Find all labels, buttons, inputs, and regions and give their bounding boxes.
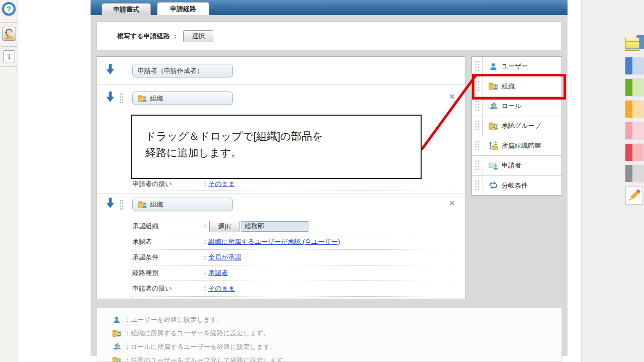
down-arrow-icon xyxy=(106,197,115,209)
palette-item-branch-condition[interactable]: 分岐条件 xyxy=(472,176,561,195)
palette-item-label: 分岐条件 xyxy=(502,181,528,190)
palette-item-label: ユーザー xyxy=(502,62,528,71)
user-icon xyxy=(489,62,498,71)
approval-org-input[interactable] xyxy=(242,221,308,232)
drag-handle[interactable] xyxy=(119,93,124,104)
legend-text: ：任意のユーザーをグループ化して経路に設定します。 xyxy=(124,356,290,362)
instruction-callout: ドラッグ＆ドロップで[組織]の部品を 経路に追加します。 xyxy=(131,115,422,179)
palette-item-approval-group[interactable]: 承認グループ xyxy=(472,116,561,136)
sticky-note-icon[interactable] xyxy=(625,35,644,54)
divider xyxy=(2,22,17,23)
tab-application-route[interactable]: 申請経路 xyxy=(157,2,209,15)
org-hierarchy-icon xyxy=(489,141,498,150)
close-icon[interactable]: × xyxy=(449,93,455,100)
drag-handle[interactable] xyxy=(119,200,124,211)
colon: ： xyxy=(202,268,208,278)
approval-condition-link[interactable]: 全員が承認 xyxy=(208,253,241,262)
tab-bar: 申請書式 申請経路 xyxy=(91,0,568,15)
applicant-step-button[interactable]: 申請者（申請作成者） xyxy=(132,64,233,77)
drag-handle[interactable] xyxy=(472,136,483,155)
colon: ： xyxy=(202,284,208,293)
swatch-light xyxy=(632,101,643,118)
palette-item-label: ロール xyxy=(502,102,522,111)
down-arrow-icon xyxy=(106,91,115,103)
divider xyxy=(97,84,465,84)
copy-route-select-button[interactable]: 選択 xyxy=(183,30,213,42)
colon: ： xyxy=(202,222,208,231)
swatch-light xyxy=(632,144,643,161)
applicant-handling-link[interactable]: そのまま xyxy=(208,284,235,293)
field-label: 承認条件 xyxy=(132,253,202,262)
legend-item: ：組織に所属するユーザーを経路に設定します。 xyxy=(112,326,561,340)
drag-handle[interactable] xyxy=(472,76,483,96)
field-label: 承認者 xyxy=(132,237,202,246)
palette-item-label: 承認グループ xyxy=(502,121,541,130)
drag-handle[interactable] xyxy=(472,57,483,76)
swatch-light xyxy=(632,165,643,182)
callout-line2: 経路に追加します。 xyxy=(145,145,416,161)
palette-item-applicant[interactable]: 申請者 xyxy=(472,156,561,175)
pencil-icon[interactable] xyxy=(625,187,643,205)
org-step-label: 組織 xyxy=(150,94,163,103)
palette-item-org[interactable]: 組織 xyxy=(472,76,561,96)
route-type-link[interactable]: 承認者 xyxy=(208,268,228,278)
colon: ： xyxy=(172,32,178,41)
orange-note-swatch[interactable] xyxy=(625,101,643,118)
role-icon xyxy=(489,102,498,111)
org-step-button[interactable]: 組織 xyxy=(132,198,233,211)
palette-item-user[interactable]: ユーザー xyxy=(472,57,561,76)
swatch-light xyxy=(632,57,643,74)
field-label: 経路種別 xyxy=(132,268,202,278)
org-step-button[interactable]: 組織 xyxy=(132,92,233,105)
tab-application-format[interactable]: 申請書式 xyxy=(102,3,151,15)
legend-item: ：ユーザーを経路に設定します。 xyxy=(112,313,561,326)
field-label: 申請者の扱い xyxy=(132,179,202,189)
field-label: 申請者の扱い xyxy=(132,284,202,293)
swatch-light xyxy=(632,79,643,96)
applicant-handling-link[interactable]: そのまま xyxy=(208,179,235,189)
drag-handle[interactable] xyxy=(472,97,483,116)
close-icon[interactable]: × xyxy=(449,200,455,207)
org-icon xyxy=(138,200,147,209)
field-applicant-handling: 申請者の扱い ： そのまま xyxy=(132,281,454,297)
approval-org-select-button[interactable]: 選択 xyxy=(209,221,239,232)
copy-route-label: 複写する申請経路 xyxy=(117,32,170,41)
colon: ： xyxy=(202,253,208,262)
divider xyxy=(2,66,17,67)
branch-condition-icon xyxy=(489,180,498,190)
operator-glyph xyxy=(3,27,16,40)
approver-link[interactable]: 組織に所属するユーザーが承認 (全ユーザー) xyxy=(208,237,340,246)
legend-item: ：ロールに所属するユーザーを経路に設定します。 xyxy=(112,340,561,353)
annotation-toolbar xyxy=(581,0,644,362)
divider xyxy=(2,46,17,47)
drag-handle[interactable] xyxy=(472,156,483,175)
drag-handle[interactable] xyxy=(472,176,483,195)
drag-handle[interactable] xyxy=(472,116,483,135)
legend-item: ：任意のユーザーをグループ化して経路に設定します。 xyxy=(112,353,561,362)
approval-group-icon xyxy=(489,121,498,131)
pink-note-swatch[interactable] xyxy=(625,122,643,139)
text-tool-icon[interactable]: T xyxy=(3,50,15,62)
org-step-label: 組織 xyxy=(150,200,163,209)
swatch-dark xyxy=(625,57,632,74)
grey-note-swatch[interactable] xyxy=(625,165,643,182)
parts-palette: ユーザー 組織 ロール 承認グループ 所属組織階層 申請者 分岐条件 xyxy=(471,56,562,196)
swatch-dark xyxy=(625,165,632,182)
palette-item-role[interactable]: ロール xyxy=(472,97,561,116)
field-label: 承認組織 xyxy=(132,222,202,231)
divider xyxy=(97,194,465,194)
field-applicant-handling: 申請者の扱い ： そのまま xyxy=(132,177,454,191)
blue-note-swatch[interactable] xyxy=(625,57,643,74)
operator-icon[interactable] xyxy=(2,27,16,41)
left-toolbar: ? T xyxy=(0,0,18,362)
copy-route-panel: 複写する申請経路 ： 選択 xyxy=(97,22,562,50)
org-icon xyxy=(138,94,147,103)
swatch-dark xyxy=(625,79,632,96)
help-icon[interactable]: ? xyxy=(2,2,16,16)
legend-text: ：組織に所属するユーザーを経路に設定します。 xyxy=(124,329,270,338)
palette-item-label: 所属組織階層 xyxy=(502,141,541,150)
red-note-swatch[interactable] xyxy=(625,144,643,161)
org-icon xyxy=(112,329,121,338)
palette-item-org-hierarchy[interactable]: 所属組織階層 xyxy=(472,136,561,156)
green-note-swatch[interactable] xyxy=(625,79,643,96)
